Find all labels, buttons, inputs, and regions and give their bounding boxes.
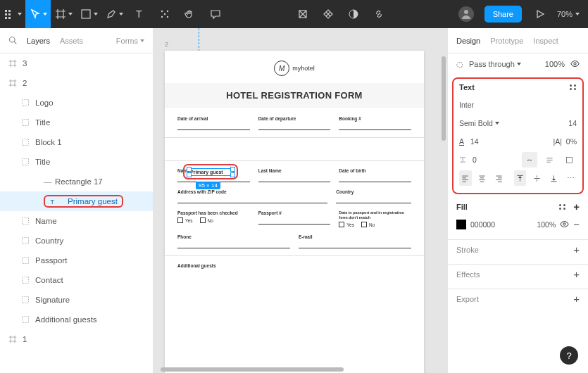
svg-rect-0 xyxy=(5,10,7,12)
tab-assets[interactable]: Assets xyxy=(60,37,83,45)
layers-tree: 3 2 Logo Title Block 1 Title —Rectangle … xyxy=(0,53,153,349)
tab-layers[interactable]: Layers xyxy=(27,37,50,45)
svg-point-15 xyxy=(464,10,468,14)
align-bottom-icon[interactable] xyxy=(547,170,560,186)
layer-opacity-value[interactable]: 100% xyxy=(545,60,565,68)
right-panel: Design Prototype Inspect ◌ Pass through … xyxy=(447,28,588,373)
canvas-scrollbar-horizontal[interactable] xyxy=(161,367,344,372)
font-family-dropdown[interactable]: Inter xyxy=(459,101,474,109)
canvas-page-frame[interactable]: Mmyhotel HOTEL REGISTRATION FORM Date of… xyxy=(165,51,424,373)
canvas-page-label: 2 xyxy=(165,41,168,48)
text-tool-button[interactable]: T xyxy=(127,0,152,28)
stroke-section: Stroke+ xyxy=(448,240,588,265)
move-tool-button[interactable] xyxy=(25,0,51,28)
layer-additional-guests[interactable]: Additional guests xyxy=(0,310,153,329)
comment-tool-button[interactable] xyxy=(203,0,228,28)
svg-rect-23 xyxy=(23,238,29,244)
svg-point-10 xyxy=(161,16,163,18)
menu-button[interactable] xyxy=(0,0,25,28)
auto-height-icon[interactable] xyxy=(542,152,557,167)
mask-button[interactable] xyxy=(341,0,366,28)
hand-tool-button[interactable] xyxy=(177,0,203,28)
canvas-scrollbar-vertical[interactable] xyxy=(442,56,446,141)
line-height-input[interactable]: A 14 xyxy=(459,137,479,146)
text-more-options-icon[interactable]: ⋯ xyxy=(564,170,577,186)
toolbar-left: T xyxy=(0,0,228,28)
fill-visibility-icon[interactable] xyxy=(560,220,569,230)
align-right-icon[interactable] xyxy=(493,170,506,186)
align-middle-icon[interactable] xyxy=(530,170,543,186)
svg-point-12 xyxy=(164,13,165,15)
layer-frame-3[interactable]: 3 xyxy=(0,53,153,73)
layer-frame-1[interactable]: 1 xyxy=(0,329,153,349)
page-title: HOTEL REGISTRATION FORM xyxy=(165,83,424,108)
avatar-button[interactable] xyxy=(453,0,479,28)
fill-swatch[interactable] xyxy=(456,220,466,229)
svg-rect-24 xyxy=(23,258,29,264)
layer-block-1[interactable]: Block 1 xyxy=(0,132,153,152)
layer-logo[interactable]: Logo xyxy=(0,93,153,113)
toolbar-right: Share 70% xyxy=(453,0,588,28)
blend-mode-dropdown[interactable]: Pass through xyxy=(469,60,521,68)
layer-name[interactable]: Name xyxy=(0,211,153,231)
font-size-input[interactable]: 14 xyxy=(568,119,577,127)
tab-inspect[interactable]: Inspect xyxy=(533,37,558,45)
layer-signature[interactable]: Signature xyxy=(0,290,153,310)
layer-primary-guest[interactable]: TPrimary guest xyxy=(0,191,153,211)
left-panel: Layers Assets Forms 3 2 Logo Title Block… xyxy=(0,28,154,373)
fill-styles-icon[interactable] xyxy=(559,204,566,210)
frame-tool-button[interactable] xyxy=(51,0,76,28)
align-center-icon[interactable] xyxy=(476,170,489,186)
auto-width-icon[interactable]: ↔ xyxy=(522,152,537,167)
svg-rect-29 xyxy=(566,157,572,163)
paragraph-spacing-input[interactable]: 0 xyxy=(459,156,477,164)
tab-design[interactable]: Design xyxy=(456,37,480,45)
zoom-dropdown[interactable]: 70% xyxy=(554,10,582,18)
fill-opacity-input[interactable]: 100% xyxy=(537,220,556,229)
layer-rectangle-17[interactable]: —Rectangle 17 xyxy=(0,172,153,191)
link-button[interactable] xyxy=(366,0,392,28)
tab-prototype[interactable]: Prototype xyxy=(490,37,523,45)
svg-rect-20 xyxy=(23,159,29,165)
svg-point-8 xyxy=(161,11,163,12)
shape-tool-button[interactable] xyxy=(76,0,101,28)
fixed-size-icon[interactable] xyxy=(561,152,577,167)
canvas-area[interactable]: 2 Mmyhotel HOTEL REGISTRATION FORM Date … xyxy=(154,28,447,373)
export-section: Export+ xyxy=(448,289,588,313)
svg-point-9 xyxy=(167,11,168,12)
svg-rect-26 xyxy=(23,297,29,303)
svg-text:T: T xyxy=(136,8,142,20)
layer-frame-2[interactable]: 2 xyxy=(0,73,153,93)
layer-passport[interactable]: Passport xyxy=(0,251,153,270)
layer-contact[interactable]: Contact xyxy=(0,270,153,290)
align-button[interactable] xyxy=(290,0,315,28)
align-top-icon[interactable] xyxy=(514,170,527,186)
layer-title-1[interactable]: Title xyxy=(0,113,153,132)
fill-hex-input[interactable]: 000000 xyxy=(470,220,495,229)
font-weight-dropdown[interactable]: Semi Bold xyxy=(459,119,499,127)
present-button[interactable] xyxy=(527,0,553,28)
visibility-icon[interactable] xyxy=(570,59,580,70)
tab-forms[interactable]: Forms xyxy=(116,37,144,45)
letter-spacing-input[interactable]: |A| 0% xyxy=(553,137,577,146)
svg-text:T: T xyxy=(50,198,54,205)
svg-point-16 xyxy=(10,37,15,42)
resources-button[interactable] xyxy=(152,0,177,28)
share-button[interactable]: Share xyxy=(484,6,522,23)
pen-tool-button[interactable] xyxy=(101,0,127,28)
svg-rect-18 xyxy=(23,120,29,126)
svg-rect-6 xyxy=(82,10,90,18)
svg-point-30 xyxy=(563,222,565,225)
text-section-options-icon[interactable] xyxy=(570,84,577,90)
components-button[interactable] xyxy=(315,0,341,28)
help-fab[interactable]: ? xyxy=(560,346,578,365)
svg-rect-1 xyxy=(5,13,7,15)
layer-country[interactable]: Country xyxy=(0,231,153,251)
svg-rect-25 xyxy=(23,277,29,284)
layer-title-2[interactable]: Title xyxy=(0,152,153,172)
toolbar-center xyxy=(290,0,392,28)
svg-rect-5 xyxy=(8,17,11,19)
svg-rect-19 xyxy=(23,139,29,146)
align-left-icon[interactable] xyxy=(459,170,472,186)
search-icon[interactable] xyxy=(8,36,17,46)
